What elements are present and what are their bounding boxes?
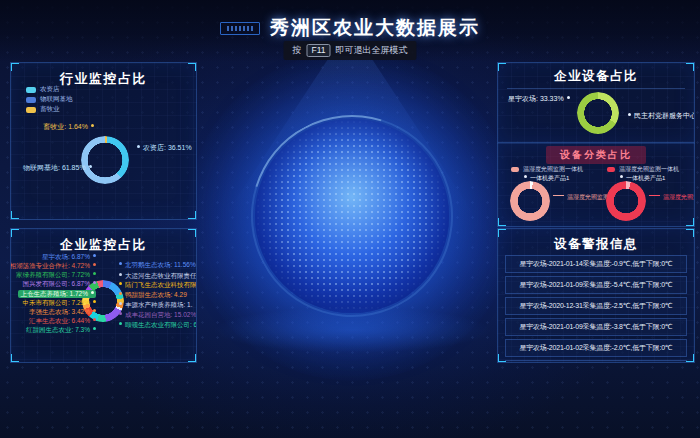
panel-alarm-info: 设备警报信息 星宇农场-2021-01-14采集温度:-0.9℃,低于下限:0℃… bbox=[497, 228, 695, 363]
alarm-row: 星宇农场-2021-01-02采集温度:-2.0℃,低于下限:0℃ bbox=[505, 339, 687, 357]
chart-callout: 北羽鹅生态农场: 11.56% bbox=[119, 261, 196, 269]
corner-decoration bbox=[188, 354, 197, 363]
chart-callout: 成丰花园自营地: 15.02% bbox=[119, 311, 196, 319]
corner-decoration bbox=[686, 354, 695, 363]
legend-swatch bbox=[26, 107, 36, 113]
corner-decoration bbox=[10, 62, 19, 71]
panel-device-ratio: 企业设备占比 星宇农场: 33.33% 民主村党群服务中心: bbox=[497, 62, 695, 144]
legend-item[interactable]: 温湿度光照监测一体机 bbox=[511, 165, 583, 174]
legend-swatch bbox=[511, 167, 519, 172]
panel-device-classification: 设备分类占比 温湿度光照监测一体机 一体机类产品1 温湿度光照监测一 温湿度光照… bbox=[497, 142, 695, 227]
panel-enterprise-ratio: 企业监控占比 星宇农场: 6.87% 相湖荡渔专业合作社: 4.72% 家绿养殖… bbox=[10, 228, 197, 363]
legend-label: 温湿度光照监测一体机 bbox=[619, 165, 679, 174]
corner-decoration bbox=[10, 211, 19, 220]
legend-swatch bbox=[607, 167, 615, 172]
legend-item[interactable]: 畜牧业 bbox=[26, 105, 60, 114]
fullscreen-tip: 按 F11 即可退出全屏模式 bbox=[283, 41, 416, 60]
legend-swatch bbox=[26, 97, 36, 103]
chart-callout: 温湿度光照监测一 bbox=[649, 193, 695, 201]
chart-callout: 民主村党群服务中心: bbox=[628, 112, 695, 120]
corner-decoration bbox=[497, 218, 506, 227]
header-logo bbox=[220, 22, 260, 35]
alarm-row: 星宇农场-2021-01-09采集温度:-0.9℃,低于下限:0℃ bbox=[505, 360, 687, 363]
dashboard-root: 秀洲区农业大数据展示 按 F11 即可退出全屏模式 行业监控占比 农资店 物联网… bbox=[0, 0, 700, 438]
chart-callout: 鸭甜甜生态农场: 4.29 bbox=[119, 291, 187, 299]
class-right-donut-chart[interactable] bbox=[606, 181, 646, 221]
f11-key-icon: F11 bbox=[306, 44, 330, 57]
class-left-donut-chart[interactable] bbox=[510, 181, 550, 221]
alarm-row: 星宇农场-2021-01-14采集温度:-0.9℃,低于下限:0℃ bbox=[505, 255, 687, 273]
chart-callout: 颐顿生态农业有限公司: 6.87 bbox=[119, 321, 197, 329]
corner-decoration bbox=[188, 62, 197, 71]
chart-callout: 相湖荡渔专业合作社: 4.72% bbox=[10, 262, 96, 270]
chart-callout: 中禾市有限公司: 7.29% bbox=[22, 299, 96, 307]
panel-title: 企业设备占比 bbox=[498, 63, 694, 85]
panel-title: 企业监控占比 bbox=[11, 229, 196, 254]
chart-callout: 汇丰生态农业: 6.44% bbox=[29, 317, 96, 325]
chart-callout: 星宇农场: 6.87% bbox=[42, 253, 96, 261]
legend-swatch bbox=[26, 87, 36, 93]
alarm-list: 星宇农场-2021-01-14采集温度:-0.9℃,低于下限:0℃ 星宇农场-2… bbox=[505, 255, 687, 363]
alarm-row: 星宇农场-2021-01-09采集温度:-5.4℃,低于下限:0℃ bbox=[505, 276, 687, 294]
chart-callout: 农资店: 36.51% bbox=[137, 144, 192, 152]
corner-decoration bbox=[10, 354, 19, 363]
divider bbox=[507, 88, 685, 89]
corner-decoration bbox=[497, 62, 506, 71]
title-row: 秀洲区农业大数据展示 bbox=[0, 0, 700, 41]
corner-decoration bbox=[188, 228, 197, 237]
chart-callout: 畜牧业: 1.64% bbox=[43, 123, 94, 131]
corner-decoration bbox=[188, 211, 197, 220]
chart-callout: 大运河生态牧业有限责任公 bbox=[119, 272, 197, 280]
panel-industry-ratio: 行业监控占比 农资店 物联网基地 畜牧业 畜牧业: 1.64% 农资店: 36.… bbox=[10, 62, 197, 220]
page-title: 秀洲区农业大数据展示 bbox=[270, 15, 480, 41]
corner-decoration bbox=[686, 218, 695, 227]
corner-decoration bbox=[686, 228, 695, 237]
chart-callout: 陆门飞生态农业科技有限公 bbox=[119, 281, 197, 289]
legend-item[interactable]: 农资店 bbox=[26, 85, 60, 94]
corner-decoration bbox=[497, 354, 506, 363]
header: 秀洲区农业大数据展示 按 F11 即可退出全屏模式 bbox=[0, 0, 700, 62]
legend-label: 农资店 bbox=[40, 85, 60, 94]
tip-suffix: 即可退出全屏模式 bbox=[336, 44, 408, 57]
corner-decoration bbox=[497, 228, 506, 237]
legend-label: 温湿度光照监测一体机 bbox=[523, 165, 583, 174]
chart-callout: 丰源水产种质养殖场: 1. bbox=[119, 301, 193, 309]
chart-callout: 李强生态农场: 3.42% bbox=[29, 308, 96, 316]
sub-panel-title: 设备分类占比 bbox=[546, 146, 646, 164]
device-donut-chart[interactable] bbox=[577, 92, 619, 134]
chart-callout: 家绿养殖有限公司: 7.72% bbox=[16, 271, 96, 279]
legend-item[interactable]: 温湿度光照监测一体机 bbox=[607, 165, 679, 174]
panel-title: 设备警报信息 bbox=[498, 229, 694, 253]
corner-decoration bbox=[686, 62, 695, 71]
chart-callout: 星宇农场: 33.33% bbox=[508, 95, 570, 103]
chart-callout: 国兴发有限公司: 6.87% bbox=[22, 280, 96, 288]
chart-callout: 上仓生态养殖场: 1.72% bbox=[18, 290, 96, 298]
legend-label: 畜牧业 bbox=[40, 105, 60, 114]
corner-decoration bbox=[10, 228, 19, 237]
legend-label: 物联网基地 bbox=[40, 95, 73, 104]
alarm-row: 星宇农场-2020-12-31采集温度:-2.5℃,低于下限:0℃ bbox=[505, 297, 687, 315]
globe-visualization bbox=[255, 119, 449, 313]
legend-item[interactable]: 物联网基地 bbox=[26, 95, 73, 104]
tip-prefix: 按 bbox=[292, 44, 301, 57]
chart-callout: 红甜园生态农业: 7.3% bbox=[26, 326, 96, 334]
alarm-row: 星宇农场-2021-01-09采集温度:-3.8℃,低于下限:0℃ bbox=[505, 318, 687, 336]
industry-donut-chart[interactable] bbox=[81, 136, 129, 184]
chart-callout: 物联网基地: 61.85% bbox=[23, 164, 92, 172]
